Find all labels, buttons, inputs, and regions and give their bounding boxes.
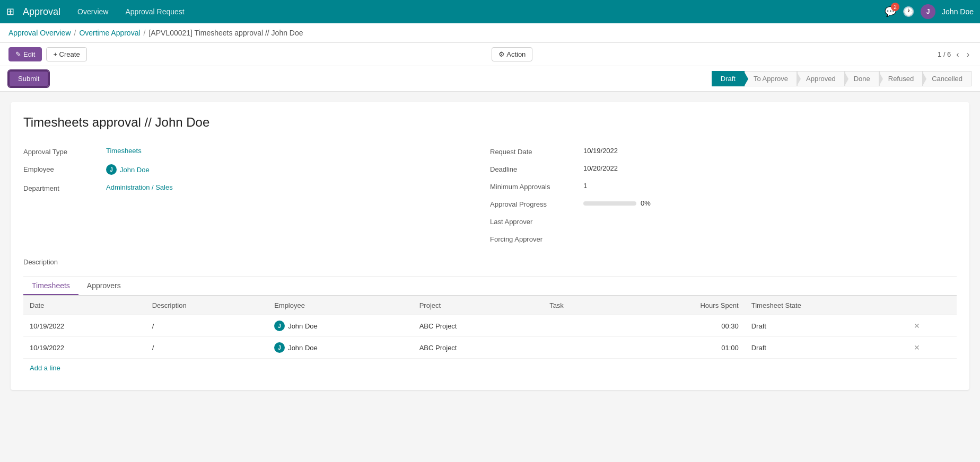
clock-icon[interactable]: 🕐 bbox=[903, 6, 914, 17]
col-timesheet-state: Timesheet State bbox=[745, 296, 907, 315]
prev-page-button[interactable]: ‹ bbox=[954, 49, 961, 60]
add-line-button[interactable]: Add a line bbox=[23, 359, 67, 377]
col-hours-spent: Hours Spent bbox=[612, 296, 745, 315]
request-date-label: Request Date bbox=[490, 147, 575, 156]
cell-desc-1: / bbox=[146, 315, 268, 337]
nav-approval-request[interactable]: Approval Request bbox=[121, 5, 188, 18]
cell-date-1: 10/19/2022 bbox=[23, 315, 146, 337]
row1-avatar: J bbox=[274, 321, 285, 331]
top-navigation: ⊞ Approval Overview Approval Request 💬 2… bbox=[0, 0, 980, 23]
approval-progress-field: Approval Progress 0% bbox=[490, 195, 957, 212]
pagination: 1 / 6 ‹ › bbox=[938, 49, 972, 60]
step-refused[interactable]: Refused bbox=[879, 71, 923, 86]
cell-hours-1: 00:30 bbox=[612, 315, 745, 337]
last-approver-field: Last Approver bbox=[490, 212, 957, 230]
breadcrumb-overtime-approval[interactable]: Overtime Approval bbox=[79, 29, 140, 37]
request-date-value: 10/19/2022 bbox=[583, 147, 618, 155]
step-approved[interactable]: Approved bbox=[797, 71, 845, 86]
department-value[interactable]: Administration / Sales bbox=[106, 183, 173, 191]
forcing-approver-label: Forcing Approver bbox=[490, 234, 575, 243]
col-description: Description bbox=[146, 296, 268, 315]
description-section: Description bbox=[23, 258, 957, 266]
left-fields: Approval Type Timesheets Employee J John… bbox=[23, 143, 490, 247]
breadcrumb-approval-overview[interactable]: Approval Overview bbox=[8, 29, 71, 37]
employee-field: Employee J John Doe bbox=[23, 160, 490, 179]
status-steps: Draft To Approve Approved Done Refused C… bbox=[712, 71, 972, 86]
breadcrumb-sep-1: / bbox=[74, 29, 76, 37]
minimum-approvals-field: Minimum Approvals 1 bbox=[490, 177, 957, 195]
cell-task-2 bbox=[543, 337, 612, 359]
breadcrumb: Approval Overview / Overtime Approval / … bbox=[0, 23, 980, 43]
description-label: Description bbox=[23, 258, 957, 266]
form-fields: Approval Type Timesheets Employee J John… bbox=[23, 143, 957, 247]
nav-overview[interactable]: Overview bbox=[73, 5, 112, 18]
step-to-approve[interactable]: To Approve bbox=[745, 71, 797, 86]
breadcrumb-sep-2: / bbox=[144, 29, 146, 37]
employee-label: Employee bbox=[23, 164, 98, 173]
department-field: Department Administration / Sales bbox=[23, 179, 490, 197]
edit-icon: ✎ bbox=[15, 50, 21, 58]
cell-hours-2: 01:00 bbox=[612, 337, 745, 359]
right-fields: Request Date 10/19/2022 Deadline 10/20/2… bbox=[490, 143, 957, 247]
user-avatar[interactable]: J bbox=[921, 4, 935, 19]
submit-button[interactable]: Submit bbox=[8, 70, 49, 87]
department-label: Department bbox=[23, 183, 98, 192]
create-button[interactable]: + Create bbox=[46, 47, 86, 61]
form-card: Timesheets approval // John Doe Approval… bbox=[11, 102, 969, 390]
step-cancelled[interactable]: Cancelled bbox=[923, 71, 972, 86]
form-title: Timesheets approval // John Doe bbox=[23, 115, 957, 130]
cell-state-2: Draft bbox=[745, 337, 907, 359]
delete-row2-icon[interactable]: ✕ bbox=[914, 343, 920, 352]
cell-date-2: 10/19/2022 bbox=[23, 337, 146, 359]
cell-delete-1[interactable]: ✕ bbox=[907, 315, 957, 337]
approval-type-value[interactable]: Timesheets bbox=[106, 147, 142, 155]
step-draft[interactable]: Draft bbox=[712, 71, 745, 86]
tabs-container: Timesheets Approvers bbox=[23, 277, 957, 296]
chat-icon[interactable]: 💬 2 bbox=[885, 6, 896, 17]
tab-timesheets[interactable]: Timesheets bbox=[23, 277, 78, 295]
approval-progress-value: 0% bbox=[641, 199, 651, 207]
breadcrumb-current: [APVL00021] Timesheets approval // John … bbox=[148, 29, 303, 37]
timesheets-table: Date Description Employee Project Task H… bbox=[23, 296, 957, 359]
nav-icons: 💬 2 🕐 J John Doe bbox=[885, 4, 974, 19]
cell-desc-2: / bbox=[146, 337, 268, 359]
tab-approvers[interactable]: Approvers bbox=[78, 277, 129, 295]
forcing-approver-field: Forcing Approver bbox=[490, 230, 957, 247]
progress-container: 0% bbox=[583, 199, 651, 207]
user-name: John Doe bbox=[942, 7, 974, 16]
notification-badge: 2 bbox=[891, 3, 899, 11]
last-approver-label: Last Approver bbox=[490, 217, 575, 226]
cell-employee-2: J John Doe bbox=[268, 337, 413, 359]
request-date-field: Request Date 10/19/2022 bbox=[490, 143, 957, 160]
deadline-field: Deadline 10/20/2022 bbox=[490, 160, 957, 177]
col-project: Project bbox=[413, 296, 543, 315]
delete-row1-icon[interactable]: ✕ bbox=[914, 322, 920, 330]
cell-employee-1: J John Doe bbox=[268, 315, 413, 337]
cell-project-1: ABC Project bbox=[413, 315, 543, 337]
cell-project-2: ABC Project bbox=[413, 337, 543, 359]
row2-avatar: J bbox=[274, 342, 285, 353]
main-content: Timesheets approval // John Doe Approval… bbox=[0, 92, 980, 401]
deadline-label: Deadline bbox=[490, 164, 575, 173]
cell-delete-2[interactable]: ✕ bbox=[907, 337, 957, 359]
approval-type-field: Approval Type Timesheets bbox=[23, 143, 490, 160]
minimum-approvals-value: 1 bbox=[583, 182, 587, 190]
app-grid-icon[interactable]: ⊞ bbox=[6, 6, 14, 17]
employee-avatar: J bbox=[106, 164, 117, 175]
app-title: Approval bbox=[23, 6, 60, 17]
table-row: 10/19/2022 / J John Doe ABC Project 01:0… bbox=[23, 337, 957, 359]
status-bar: Submit Draft To Approve Approved Done Re… bbox=[0, 66, 980, 92]
action-button[interactable]: ⚙ Action bbox=[492, 47, 532, 61]
action-bar: ✎ Edit + Create ⚙ Action 1 / 6 ‹ › bbox=[0, 43, 980, 66]
employee-value[interactable]: J John Doe bbox=[106, 164, 150, 175]
approval-type-label: Approval Type bbox=[23, 147, 98, 156]
step-done[interactable]: Done bbox=[845, 71, 879, 86]
col-actions bbox=[907, 296, 957, 315]
col-date: Date bbox=[23, 296, 146, 315]
cell-state-1: Draft bbox=[745, 315, 907, 337]
deadline-value: 10/20/2022 bbox=[583, 164, 618, 172]
edit-button[interactable]: ✎ Edit bbox=[8, 47, 42, 61]
col-employee: Employee bbox=[268, 296, 413, 315]
next-page-button[interactable]: › bbox=[965, 49, 972, 60]
progress-bar-background bbox=[583, 201, 636, 206]
